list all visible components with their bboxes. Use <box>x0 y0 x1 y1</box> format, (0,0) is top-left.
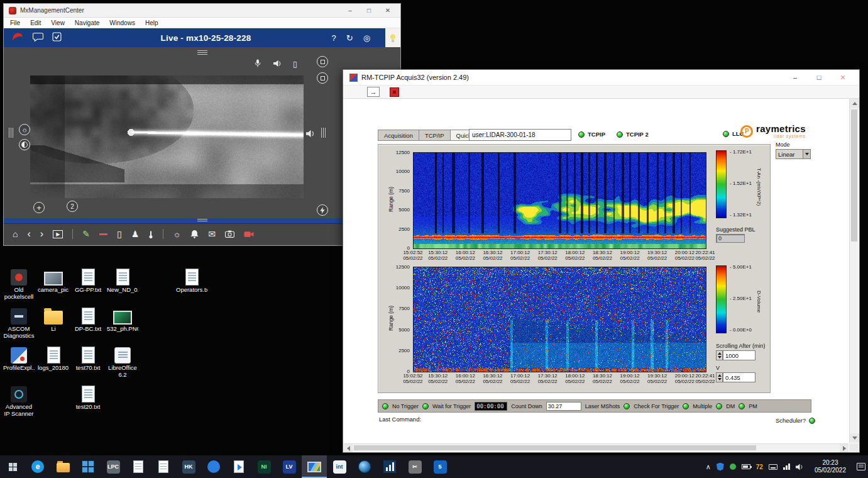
scroll-right-button[interactable] <box>840 444 849 452</box>
taskbar-item-file-explorer[interactable] <box>50 455 75 478</box>
taskbar-item-edge[interactable]: e <box>25 455 50 478</box>
chevron-down-icon[interactable] <box>803 150 810 158</box>
zoom-in-button[interactable] <box>33 202 45 213</box>
desktop-icon-532-ph-png[interactable]: 532_ph.PNG <box>107 304 138 333</box>
maximize-button[interactable]: □ <box>809 74 829 81</box>
minimize-button[interactable]: – <box>343 7 358 14</box>
taskbar-item-app-tiles[interactable] <box>75 455 101 478</box>
spinner[interactable] <box>716 372 723 382</box>
menu-edit[interactable]: Edit <box>30 19 41 26</box>
taskbar-item-labview[interactable]: LV <box>277 455 302 478</box>
desktop-icon-profileexpl[interactable]: ProfileExpl... <box>3 343 35 372</box>
flash-button[interactable] <box>317 204 328 216</box>
taskbar-item-five-app[interactable]: 5 <box>427 455 453 478</box>
scrollbar-thumb[interactable] <box>354 445 756 450</box>
door-icon[interactable]: ▯ <box>293 60 297 69</box>
task-check-icon[interactable] <box>52 32 62 44</box>
desktop-icon-dp-bc-txt[interactable]: DP-BC.txt <box>72 304 104 333</box>
audio-icon[interactable] <box>273 59 282 69</box>
menu-help[interactable]: Help <box>145 19 158 26</box>
contrast-button[interactable] <box>19 139 30 150</box>
network-icon[interactable] <box>783 464 790 470</box>
run-button[interactable]: → <box>367 87 380 97</box>
desktop-icon-libreoffice-6-2[interactable]: LibreOffice 6.2 <box>107 343 138 379</box>
desktop-icon-ascom-diagnostics[interactable]: ASCOM Diagnostics <box>3 304 35 340</box>
video-camera-icon[interactable] <box>244 231 254 238</box>
taskbar-item-stats-app[interactable] <box>377 455 402 478</box>
person-icon[interactable]: ♟ <box>131 229 140 239</box>
menu-navigate[interactable]: Navigate <box>75 19 99 26</box>
taskbar-item-browser[interactable] <box>201 455 226 478</box>
wait-time-field[interactable] <box>475 402 507 411</box>
pen-icon[interactable]: ✎ <box>82 229 90 239</box>
door-icon[interactable]: ▯ <box>117 229 122 239</box>
vertical-scrollbar[interactable] <box>849 99 859 443</box>
back-icon[interactable]: ‹ <box>27 228 30 240</box>
grip-handle[interactable] <box>321 128 326 138</box>
scroll-down-button[interactable] <box>850 433 859 443</box>
thermometer-icon[interactable] <box>148 230 153 239</box>
desktop-icon-test70-txt[interactable]: test70.txt <box>72 343 104 372</box>
desktop-icon-advanced-ip-scanner[interactable]: Advanced IP Scanner <box>3 382 35 418</box>
chat-bubble-icon[interactable] <box>33 32 43 44</box>
grip-handle[interactable] <box>9 128 13 138</box>
mobotix-logo[interactable] <box>11 31 24 45</box>
bell-icon[interactable] <box>190 230 199 238</box>
eraser-line-icon[interactable] <box>99 233 107 235</box>
settings-icon[interactable]: ◎ <box>363 33 370 43</box>
tab-acquisition[interactable]: Acquisition <box>378 130 419 141</box>
scrollbar-thumb[interactable] <box>851 109 857 242</box>
start-button[interactable] <box>0 455 25 478</box>
taskbar-item-documents[interactable] <box>126 455 151 478</box>
scroll-left-button[interactable] <box>344 444 353 452</box>
temperature-badge[interactable]: 72 <box>756 464 763 470</box>
desktop-icon-test20-txt[interactable]: test20.txt <box>72 382 104 411</box>
taskbar-item-rm-acquis[interactable] <box>302 455 327 478</box>
photo-camera-icon[interactable] <box>225 230 234 238</box>
mode-dropdown[interactable]: Linear <box>776 149 811 159</box>
zoom-level-badge[interactable]: 2 <box>67 201 78 212</box>
grip-handle[interactable] <box>197 219 207 223</box>
battery-icon[interactable] <box>742 464 750 469</box>
bulb-icon[interactable] <box>385 28 400 47</box>
taskbar-item-snip-app[interactable]: ✂ <box>402 455 427 478</box>
defender-shield-icon[interactable] <box>717 463 724 471</box>
camera-live-view[interactable] <box>30 75 304 198</box>
minimize-button[interactable]: – <box>785 74 805 81</box>
menu-file[interactable]: File <box>10 19 20 26</box>
taskbar-item-lpc-app[interactable]: LPC <box>101 455 126 478</box>
reload-icon[interactable]: ↻ <box>346 33 353 43</box>
taskbar-item-hk-app[interactable]: HK <box>176 455 201 478</box>
keyboard-icon[interactable] <box>769 464 777 470</box>
abort-button[interactable] <box>390 87 399 97</box>
desktop-icon-old-pockelscell-c[interactable]: Old pockelscell c... <box>3 265 35 301</box>
brightness-button[interactable] <box>19 124 30 135</box>
mail-icon[interactable]: ✉ <box>208 229 216 239</box>
count-down-field[interactable] <box>546 402 581 411</box>
maximize-button[interactable]: □ <box>361 7 376 14</box>
scroll-up-button[interactable] <box>850 99 859 108</box>
desktop-icon-camera-pic[interactable]: camera_pic... <box>38 265 69 294</box>
spinner[interactable] <box>716 350 723 360</box>
duplicate-view-button[interactable] <box>317 56 328 67</box>
home-icon[interactable]: ⌂ <box>13 229 18 239</box>
forward-icon[interactable]: › <box>40 228 43 240</box>
playback-icon[interactable]: ▶ <box>53 230 63 238</box>
speaker-icon[interactable] <box>306 129 316 140</box>
suggested-pbl-value[interactable] <box>716 234 745 243</box>
desktop-icon-new-nd-0[interactable]: New_ND_0... <box>107 265 138 294</box>
taskbar-item-send-doc[interactable] <box>226 455 251 478</box>
scrolling-after-input[interactable] <box>723 350 755 360</box>
mx-titlebar[interactable]: MxManagementCenter – □ ✕ <box>4 4 400 18</box>
scrollbar-track[interactable] <box>850 108 859 433</box>
status-green-icon[interactable] <box>730 464 736 470</box>
clone-view-button[interactable] <box>317 72 328 84</box>
taskbar-item-int-app[interactable]: int <box>327 455 352 478</box>
v-input[interactable] <box>723 372 755 382</box>
lamp-icon[interactable]: ☼ <box>173 229 181 239</box>
taskbar-item-ni-app[interactable]: NI <box>251 455 277 478</box>
menu-windows[interactable]: Windows <box>109 19 135 26</box>
taskbar-item-notepad[interactable] <box>151 455 176 478</box>
menu-view[interactable]: View <box>51 19 65 26</box>
microphone-icon[interactable] <box>254 58 261 70</box>
